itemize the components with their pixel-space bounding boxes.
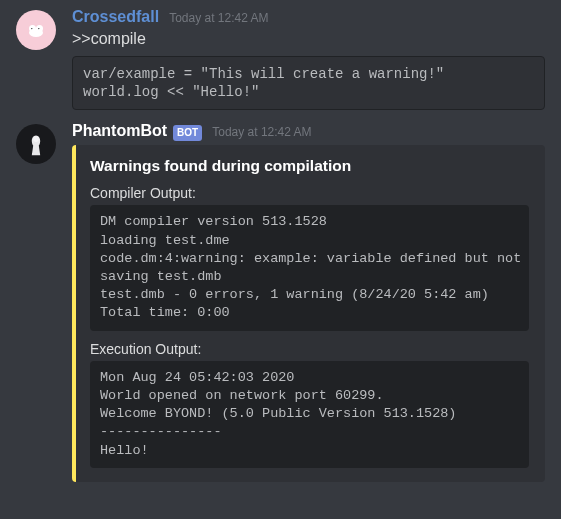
bot-tag: BOT bbox=[173, 125, 202, 141]
username[interactable]: PhantomBot bbox=[72, 122, 167, 140]
message: Crossedfall Today at 12:42 AM >>compile … bbox=[0, 0, 561, 114]
code-block[interactable]: var/example = "This will create a warnin… bbox=[72, 56, 545, 110]
timestamp: Today at 12:42 AM bbox=[169, 11, 268, 25]
embed-field-name: Compiler Output: bbox=[90, 185, 529, 201]
message-body: Crossedfall Today at 12:42 AM >>compile … bbox=[72, 8, 545, 110]
avatar[interactable] bbox=[16, 124, 56, 164]
embed-field-name: Execution Output: bbox=[90, 341, 529, 357]
embed-field-value[interactable]: Mon Aug 24 05:42:03 2020 World opened on… bbox=[90, 361, 529, 468]
svg-point-3 bbox=[31, 28, 32, 29]
timestamp: Today at 12:42 AM bbox=[212, 125, 311, 139]
message-text: >>compile bbox=[72, 28, 545, 50]
embed: Warnings found during compilation Compil… bbox=[72, 145, 545, 481]
avatar-icon bbox=[22, 130, 50, 158]
message-body: PhantomBot BOT Today at 12:42 AM Warning… bbox=[72, 122, 545, 481]
svg-point-4 bbox=[38, 28, 39, 29]
message-header: PhantomBot BOT Today at 12:42 AM bbox=[72, 122, 545, 141]
message: PhantomBot BOT Today at 12:42 AM Warning… bbox=[0, 114, 561, 485]
embed-field-value[interactable]: DM compiler version 513.1528 loading tes… bbox=[90, 205, 529, 330]
avatar[interactable] bbox=[16, 10, 56, 50]
embed-body: Warnings found during compilation Compil… bbox=[76, 145, 545, 481]
message-header: Crossedfall Today at 12:42 AM bbox=[72, 8, 545, 26]
embed-title: Warnings found during compilation bbox=[90, 157, 529, 175]
username[interactable]: Crossedfall bbox=[72, 8, 159, 26]
svg-point-6 bbox=[33, 137, 39, 143]
avatar-icon bbox=[22, 16, 50, 44]
